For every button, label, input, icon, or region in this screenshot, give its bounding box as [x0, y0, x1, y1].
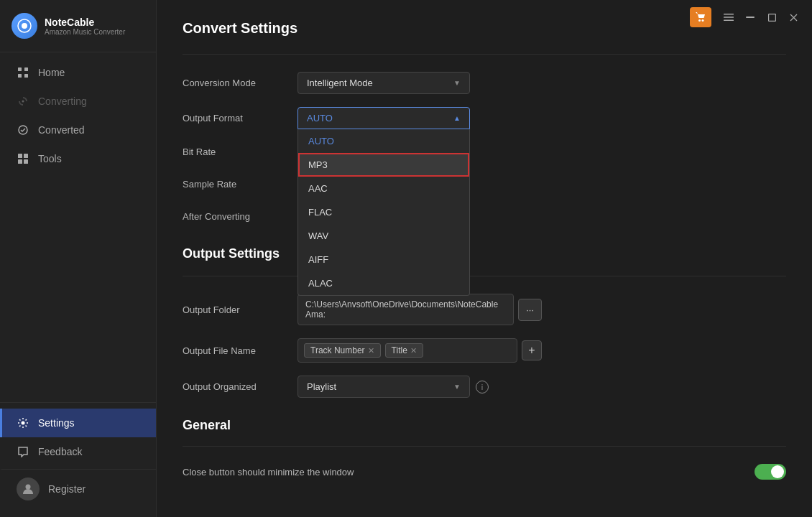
main-content: Convert Settings Conversion Mode Intelli…	[157, 0, 812, 517]
format-option-mp3[interactable]: MP3	[298, 153, 469, 177]
titlebar-controls	[690, 7, 803, 27]
sidebar-item-feedback-label: Feedback	[38, 446, 82, 457]
sidebar-item-feedback[interactable]: Feedback	[0, 437, 156, 466]
output-folder-row: Output Folder C:\Users\Anvsoft\OneDrive\…	[183, 294, 786, 325]
organized-info-icon[interactable]: i	[476, 381, 489, 393]
svg-rect-9	[24, 154, 28, 158]
format-option-aiff[interactable]: AIFF	[298, 248, 469, 271]
output-folder-input[interactable]: C:\Users\Anvsoft\OneDrive\Documents\Note…	[297, 294, 514, 325]
output-folder-label: Output Folder	[183, 304, 297, 315]
sidebar-item-settings-label: Settings	[38, 417, 75, 429]
format-option-aac[interactable]: AAC	[298, 177, 469, 200]
tools-icon	[17, 152, 29, 165]
output-settings-title: Output Settings	[183, 246, 786, 261]
settings-icon	[17, 416, 29, 429]
svg-rect-4	[18, 74, 22, 78]
converted-icon	[17, 124, 29, 136]
output-format-value: AUTO	[307, 113, 333, 124]
svg-point-6	[22, 101, 24, 103]
close-button-toggle[interactable]	[755, 464, 786, 480]
tag-tracknumber-label: Track Number	[310, 345, 365, 355]
tag-title-close[interactable]: ✕	[410, 346, 417, 355]
output-organized-dropdown[interactable]: Playlist ▼	[297, 376, 470, 398]
sidebar-item-converted[interactable]: Converted	[0, 116, 156, 144]
sample-rate-row: Sample Rate ▼	[183, 174, 786, 194]
sidebar-item-converted-label: Converted	[38, 124, 85, 136]
tag-tracknumber-close[interactable]: ✕	[368, 346, 374, 355]
output-filename-control: Track Number ✕ Title ✕ +	[297, 338, 542, 363]
format-option-auto[interactable]: AUTO	[298, 129, 469, 153]
svg-point-12	[22, 421, 25, 425]
sidebar-item-tools-label: Tools	[38, 153, 62, 164]
close-button-minimize-label: Close button should minimize the window	[183, 467, 755, 478]
bit-rate-row: Bit Rate ▼	[183, 142, 786, 162]
format-option-wav[interactable]: WAV	[298, 224, 469, 248]
conversion-mode-dropdown[interactable]: Intelligent Mode ▼	[297, 72, 470, 94]
svg-point-13	[26, 485, 31, 490]
after-converting-row: After Converting ▼	[183, 207, 786, 226]
sidebar-item-converting-label: Converting	[38, 96, 87, 107]
svg-rect-19	[746, 17, 755, 18]
output-format-menu: AUTO MP3 AAC FLAC WAV AIFF	[297, 129, 470, 296]
svg-rect-8	[18, 154, 22, 158]
output-format-label: Output Format	[183, 107, 297, 124]
sidebar-bottom: Settings Feedback Register	[0, 402, 156, 517]
output-folder-control: C:\Users\Anvsoft\OneDrive\Documents\Note…	[297, 294, 542, 325]
svg-rect-11	[24, 159, 28, 164]
svg-rect-16	[724, 14, 734, 15]
avatar	[17, 478, 40, 500]
conversion-mode-arrow: ▼	[453, 79, 461, 87]
sidebar-nav: Home Converting Converted	[0, 52, 156, 402]
output-organized-label: Output Organized	[183, 381, 297, 392]
general-title: General	[183, 418, 786, 433]
converting-icon	[17, 95, 29, 108]
output-format-arrow: ▲	[453, 114, 461, 122]
app-title: NoteCable	[45, 17, 125, 28]
sidebar-item-home-label: Home	[38, 67, 65, 78]
sidebar-item-register[interactable]: Register	[0, 469, 156, 508]
minimize-button[interactable]	[740, 9, 760, 26]
convert-settings-group: Conversion Mode Intelligent Mode ▼ Outpu…	[183, 72, 786, 226]
sidebar-item-home[interactable]: Home	[0, 58, 156, 87]
filename-tag-title: Title ✕	[385, 343, 423, 358]
menu-button[interactable]	[719, 9, 739, 26]
conversion-mode-label: Conversion Mode	[183, 78, 297, 88]
output-organized-row: Output Organized Playlist ▼ i	[183, 376, 786, 398]
sidebar-item-register-label: Register	[48, 483, 86, 495]
after-converting-label: After Converting	[183, 211, 297, 222]
svg-rect-5	[24, 74, 28, 78]
output-folder-value: C:\Users\Anvsoft\OneDrive\Documents\Note…	[305, 299, 498, 320]
format-option-alac[interactable]: ALAC	[298, 271, 469, 295]
output-organized-control: Playlist ▼ i	[297, 376, 542, 398]
svg-rect-10	[18, 159, 22, 164]
svg-point-1	[22, 23, 27, 29]
home-icon	[17, 66, 29, 79]
app-logo: NoteCable Amazon Music Converter	[0, 0, 156, 52]
svg-rect-3	[24, 67, 28, 71]
svg-rect-17	[724, 17, 734, 18]
cart-button[interactable]	[690, 7, 711, 27]
tag-title-label: Title	[392, 345, 407, 355]
sidebar-item-settings[interactable]: Settings	[0, 409, 156, 437]
format-option-flac[interactable]: FLAC	[298, 200, 469, 224]
sidebar-item-tools[interactable]: Tools	[0, 144, 156, 173]
browse-button[interactable]: ···	[518, 299, 542, 321]
sidebar: NoteCable Amazon Music Converter Home	[0, 0, 157, 517]
sidebar-item-converting[interactable]: Converting	[0, 87, 156, 116]
bit-rate-label: Bit Rate	[183, 146, 297, 157]
svg-rect-20	[768, 14, 775, 21]
general-close-button-row: Close button should minimize the window	[183, 464, 786, 480]
maximize-button[interactable]	[762, 9, 782, 26]
output-format-dropdown[interactable]: AUTO ▲	[297, 107, 470, 129]
close-button[interactable]	[783, 9, 803, 26]
logo-text-group: NoteCable Amazon Music Converter	[45, 17, 125, 36]
output-format-row: Output Format AUTO ▲ AUTO MP3 AAC	[183, 107, 786, 129]
filename-tags-container[interactable]: Track Number ✕ Title ✕	[297, 338, 517, 363]
feedback-icon	[17, 445, 29, 458]
app-subtitle: Amazon Music Converter	[45, 28, 125, 36]
svg-rect-2	[18, 67, 22, 71]
svg-point-15	[702, 19, 704, 22]
add-tag-button[interactable]: +	[522, 340, 542, 360]
output-filename-label: Output File Name	[183, 345, 297, 356]
conversion-mode-value: Intelligent Mode	[307, 78, 373, 88]
